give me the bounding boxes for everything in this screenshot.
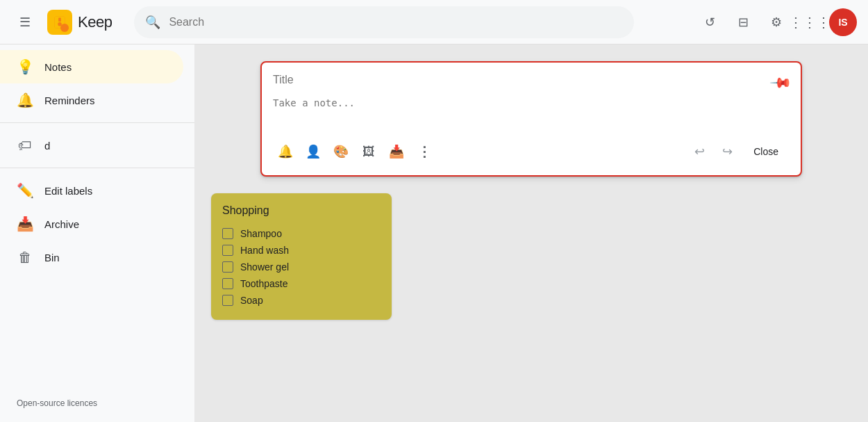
collaborator-toolbar-button[interactable]: 👤 xyxy=(301,139,326,164)
sidebar: 💡 Notes 🔔 Reminders 🏷 d ✏️ Edit labels 📥… xyxy=(0,44,194,422)
menu-button[interactable]: ☰ xyxy=(11,8,39,36)
settings-icon: ⚙ xyxy=(771,15,782,30)
item-label-handwash: Hand wash xyxy=(240,245,289,256)
note-composer: 📌 🔔 👤 🎨 🖼 📥 ⋮ xyxy=(260,61,802,177)
bell-toolbar-icon: 🔔 xyxy=(278,144,293,159)
note-toolbar: 🔔 👤 🎨 🖼 📥 ⋮ ↩ xyxy=(273,139,790,164)
avatar-initials: IS xyxy=(838,17,847,28)
checkbox-handwash[interactable] xyxy=(222,245,233,256)
item-label-shampoo: Shampoo xyxy=(240,228,282,239)
image-toolbar-button[interactable]: 🖼 xyxy=(356,139,381,164)
palette-icon: 🎨 xyxy=(333,144,349,159)
checkbox-toothpaste[interactable] xyxy=(222,278,233,289)
search-bar[interactable]: 🔍 xyxy=(134,6,634,38)
sidebar-reminders-label: Reminders xyxy=(44,95,95,106)
search-input[interactable] xyxy=(169,16,623,29)
collaborator-icon: 👤 xyxy=(306,144,321,159)
refresh-button[interactable]: ↺ xyxy=(696,8,724,36)
main-content: 📌 🔔 👤 🎨 🖼 📥 ⋮ xyxy=(194,44,868,422)
checkbox-soap[interactable] xyxy=(222,295,233,306)
list-item[interactable]: Hand wash xyxy=(222,242,381,259)
list-item[interactable]: Shower gel xyxy=(222,259,381,275)
user-avatar[interactable]: IS xyxy=(829,8,857,36)
checkbox-shampoo[interactable] xyxy=(222,228,233,239)
sidebar-item-archive[interactable]: 📥 Archive xyxy=(0,207,183,241)
archive-icon: 📥 xyxy=(17,216,33,232)
more-toolbar-button[interactable]: ⋮ xyxy=(412,139,437,164)
item-label-soap: Soap xyxy=(240,295,263,306)
refresh-icon: ↺ xyxy=(705,15,715,30)
sidebar-item-reminders[interactable]: 🔔 Reminders xyxy=(0,83,183,117)
archive-toolbar-icon: 📥 xyxy=(389,144,404,159)
keep-logo-svg xyxy=(52,15,67,30)
list-view-button[interactable]: ⊟ xyxy=(729,8,757,36)
undo-icon: ↩ xyxy=(694,144,705,159)
undo-toolbar-button[interactable]: ↩ xyxy=(687,139,712,164)
more-icon: ⋮ xyxy=(417,143,431,160)
image-icon: 🖼 xyxy=(362,145,375,159)
sidebar-edit-labels-label: Edit labels xyxy=(44,185,92,197)
list-item[interactable]: Shampoo xyxy=(222,225,381,242)
search-icon: 🔍 xyxy=(145,15,160,30)
reminder-toolbar-button[interactable]: 🔔 xyxy=(273,139,298,164)
close-button[interactable]: Close xyxy=(742,140,790,163)
list-view-icon: ⊟ xyxy=(738,15,749,30)
bulb-icon: 💡 xyxy=(17,58,33,75)
app-logo: Keep xyxy=(47,10,112,35)
list-item[interactable]: Soap xyxy=(222,292,381,309)
note-title-input[interactable] xyxy=(273,74,772,86)
app-body: 💡 Notes 🔔 Reminders 🏷 d ✏️ Edit labels 📥… xyxy=(0,44,868,422)
item-label-toothpaste: Toothpaste xyxy=(240,278,288,289)
sidebar-divider-2 xyxy=(0,168,194,168)
redo-toolbar-button[interactable]: ↪ xyxy=(715,139,740,164)
settings-button[interactable]: ⚙ xyxy=(762,8,790,36)
trash-icon: 🗑 xyxy=(17,250,33,266)
item-label-showergel: Shower gel xyxy=(240,261,289,273)
sidebar-item-bin[interactable]: 🗑 Bin xyxy=(0,241,183,274)
pin-icon[interactable]: 📌 xyxy=(769,71,793,95)
sidebar-item-edit-labels[interactable]: ✏️ Edit labels xyxy=(0,174,183,207)
label-icon: 🏷 xyxy=(17,138,33,154)
app-name: Keep xyxy=(78,13,112,31)
sidebar-bin-label: Bin xyxy=(44,252,60,263)
list-item[interactable]: Toothpaste xyxy=(222,275,381,292)
shopping-note-title: Shopping xyxy=(222,204,381,217)
bell-icon: 🔔 xyxy=(17,92,33,108)
topbar-actions: ↺ ⊟ ⚙ ⋮⋮⋮ IS xyxy=(696,8,857,36)
svg-point-2 xyxy=(58,22,62,26)
note-body-input[interactable] xyxy=(273,97,790,125)
svg-rect-3 xyxy=(58,17,61,21)
sidebar-notes-label: Notes xyxy=(44,61,72,73)
sidebar-d-label: d xyxy=(44,140,50,152)
redo-icon: ↪ xyxy=(722,144,733,159)
palette-toolbar-button[interactable]: 🎨 xyxy=(328,139,353,164)
shopping-note-card: Shopping Shampoo Hand wash Shower gel To… xyxy=(211,193,392,320)
apps-icon: ⋮⋮⋮ xyxy=(789,14,831,31)
sidebar-footer[interactable]: Open-source licences xyxy=(0,390,194,416)
note-title-row: 📌 xyxy=(273,74,790,92)
topbar: ☰ Keep 🔍 ↺ ⊟ ⚙ ⋮⋮⋮ IS xyxy=(0,0,868,44)
archive-toolbar-button[interactable]: 📥 xyxy=(384,139,409,164)
sidebar-archive-label: Archive xyxy=(44,218,79,230)
sidebar-divider xyxy=(0,122,194,123)
sidebar-item-notes[interactable]: 💡 Notes xyxy=(0,50,183,83)
edit-icon: ✏️ xyxy=(17,182,33,199)
open-source-label: Open-source licences xyxy=(17,398,97,408)
logo-icon xyxy=(47,10,72,35)
apps-button[interactable]: ⋮⋮⋮ xyxy=(796,8,824,36)
hamburger-icon: ☰ xyxy=(19,15,31,30)
sidebar-item-label-d[interactable]: 🏷 d xyxy=(0,129,183,162)
checkbox-showergel[interactable] xyxy=(222,261,233,273)
